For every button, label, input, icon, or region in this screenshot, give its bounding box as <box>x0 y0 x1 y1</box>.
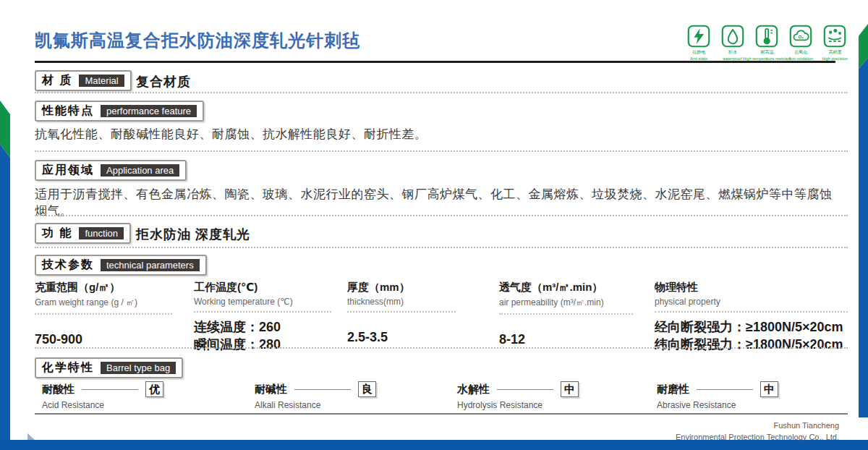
badge-label-en: High temperature resistant <box>743 56 791 61</box>
badge-high-temperature: 耐高温 High temperature resistant <box>754 25 780 61</box>
chem-grade-badge: 良 <box>358 381 376 397</box>
tech-header-en: Working temperature (℃) <box>194 297 331 307</box>
chem-rule-line <box>294 389 351 390</box>
section-label-cn: 技术参数 <box>42 258 94 273</box>
chem-rule-line <box>497 389 553 390</box>
tech-header-cn: 工作温度(℃) <box>194 281 331 294</box>
chem-name: 水解性 <box>457 383 490 396</box>
chem-item-alkali: 耐碱性 良 Alkali Resistance <box>255 381 376 410</box>
company-name: Fushun Tiancheng Environmental Protectio… <box>676 420 839 443</box>
chem-grade-badge: 优 <box>145 381 163 397</box>
badge-label-en: Anti-oxidation <box>788 56 813 61</box>
badge-high-precision: 高精度 High precision <box>822 25 848 61</box>
divider-dotted <box>35 347 848 349</box>
chem-name-en: Acid Resistance <box>42 400 163 410</box>
badge-waterproof: 拒水 waterproof <box>720 25 746 61</box>
chem-name: 耐磨性 <box>657 383 689 396</box>
tech-value: 8-12 <box>499 331 633 348</box>
tech-value: 纬向断裂强力：≥1800N/5×20cm <box>655 336 848 353</box>
page-fold-notch <box>27 433 35 440</box>
chem-item-abrasive: 耐磨性 中 Abrasive Resistance <box>657 381 778 410</box>
section-label-en: Application area <box>101 164 179 177</box>
tech-header-divider <box>655 311 848 313</box>
badge-label-en: High precision <box>822 56 847 61</box>
function-value: 拒水防油 深度轧光 <box>136 226 250 243</box>
badge-label-en: waterproof <box>723 56 742 61</box>
tech-value: 750-900 <box>35 331 172 348</box>
section-label-en: performance feature <box>101 105 197 117</box>
divider-dotted <box>35 247 848 248</box>
feature-badges: 抗静电 Anti-static 拒水 waterproof 耐高温 High t… <box>686 25 848 61</box>
chem-item-hydrolysis: 水解性 中 Hydrolysis Resistance <box>457 381 579 410</box>
tech-header-en: air permeability (m³/㎡.min) <box>499 297 633 309</box>
chem-rule-line <box>697 389 753 390</box>
performance-text: 抗氧化性能、耐酸碱性能良好、耐腐蚀、抗水解性能良好、耐折性差。 <box>35 126 427 143</box>
divider-dotted <box>35 215 848 216</box>
chem-name-en: Alkali Resistance <box>255 400 376 410</box>
section-label-material: 材 质 Material <box>35 70 132 91</box>
svg-text:O₂: O₂ <box>798 34 804 39</box>
tech-header-en: thickness(mm) <box>347 297 456 307</box>
chem-name-en: Hydrolysis Resistance <box>457 400 579 410</box>
tech-col-working-temperature: 工作温度(℃) Working temperature (℃) 连续温度：260… <box>194 281 331 354</box>
tech-value: 连续温度：260 <box>194 318 331 336</box>
material-value: 复合材质 <box>136 73 191 90</box>
thermometer-icon <box>755 25 778 48</box>
tech-header-cn: 厚度（mm） <box>347 281 456 294</box>
section-label-technical: 技术参数 technical parameters <box>35 255 207 276</box>
chem-item-acid: 耐酸性 优 Acid Resistance <box>42 381 163 410</box>
badge-label-cn: 抗静电 <box>692 49 705 56</box>
product-datasheet: 凯氟斯高温复合拒水防油深度轧光针刺毡 抗静电 Anti-static 拒水 wa… <box>0 0 868 450</box>
chem-name-en: Abrasive Resistance <box>657 400 778 410</box>
tech-header-divider <box>499 313 633 315</box>
tech-value: 经向断裂强力：≥1800N/5×20cm <box>655 318 848 336</box>
tech-col-gram-weight: 克重范围（g/㎡） Gram weight range (g / ㎡) 750-… <box>35 281 172 348</box>
chem-name: 耐碱性 <box>255 383 287 396</box>
badge-label-en: Anti-static <box>690 56 708 61</box>
tech-value: 2.5-3.5 <box>347 328 456 346</box>
tech-col-air-permeability: 透气度（m³/㎡.min） air permeability (m³/㎡.min… <box>499 281 633 348</box>
section-label-en: function <box>79 227 124 239</box>
page-title: 凯氟斯高温复合拒水防油深度轧光针刺毡 <box>35 29 360 52</box>
footer-divider <box>35 413 848 415</box>
section-label-application: 应用领域 Application area <box>35 160 187 181</box>
section-label-en: Material <box>79 75 124 87</box>
tech-header-cn: 克重范围（g/㎡） <box>35 281 172 294</box>
tech-col-physical-property: 物理特性 physical property 经向断裂强力：≥1800N/5×2… <box>655 281 848 354</box>
badge-anti-oxidation: O₂ 抗氧化 Anti-oxidation <box>788 25 814 61</box>
section-label-cn: 应用领域 <box>42 163 94 178</box>
cloud-o2-icon: O₂ <box>789 25 812 48</box>
tech-header-divider <box>347 311 456 313</box>
tech-header-en: Gram weight range (g / ㎡) <box>35 297 172 309</box>
section-label-cn: 性能特点 <box>42 103 94 119</box>
company-name-line1: Fushun Tiancheng <box>676 420 839 432</box>
water-drop-icon <box>721 25 744 48</box>
section-label-cn: 功 能 <box>42 226 72 241</box>
divider-dotted <box>35 150 848 152</box>
precision-dots-icon <box>823 25 846 48</box>
tech-header-en: physical property <box>655 297 848 307</box>
section-label-en: technical parameters <box>101 259 200 271</box>
section-label-cn: 化学特性 <box>42 360 94 375</box>
badge-label-cn: 抗氧化 <box>794 49 807 56</box>
chem-grade-badge: 中 <box>561 381 579 397</box>
badge-label-cn: 高精度 <box>828 49 841 56</box>
tech-header-cn: 透气度（m³/㎡.min） <box>499 281 633 294</box>
company-name-line2: Environmental Protection Technology Co.,… <box>676 432 839 443</box>
badge-label-cn: 耐高温 <box>760 49 773 56</box>
chem-name: 耐酸性 <box>42 383 75 396</box>
tech-header-divider <box>35 313 172 315</box>
left-edge-blue-stripe <box>0 144 10 450</box>
chem-grade-badge: 中 <box>760 381 778 397</box>
section-label-en: Barrel type bag <box>101 362 176 374</box>
badge-anti-static: 抗静电 Anti-static <box>686 25 712 61</box>
badge-label-cn: 拒水 <box>728 49 737 56</box>
tech-header-divider <box>194 311 331 313</box>
section-label-performance: 性能特点 performance feature <box>35 101 204 122</box>
section-label-function: 功 能 function <box>35 223 131 244</box>
tech-col-thickness: 厚度（mm） thickness(mm) 2.5-3.5 <box>347 281 456 346</box>
divider-dotted <box>35 92 848 93</box>
right-edge-blue-stripe <box>859 58 868 417</box>
section-label-chemical: 化学特性 Barrel type bag <box>35 357 183 378</box>
title-underline <box>35 61 835 63</box>
